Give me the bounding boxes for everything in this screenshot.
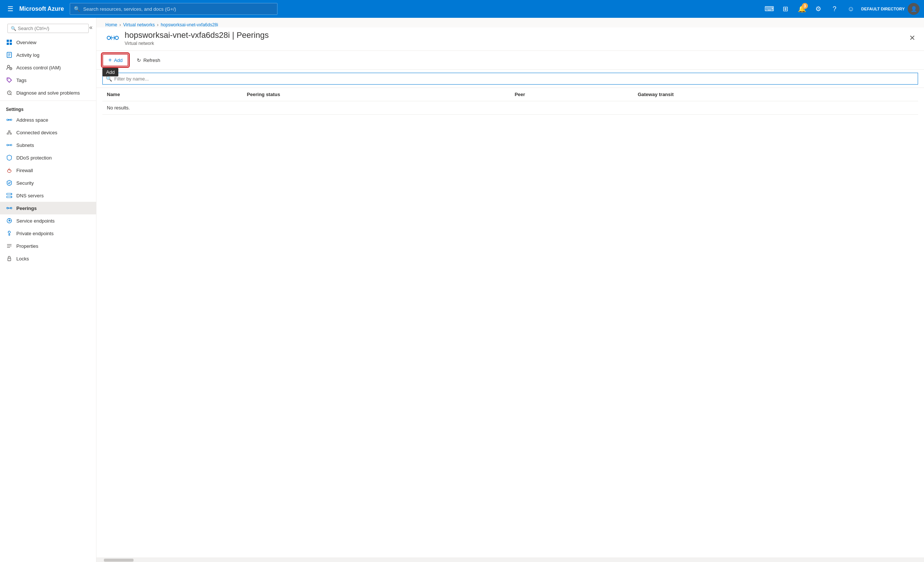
sidebar: 🔍 « Overview Activity log Access contr [0, 18, 96, 562]
directory-button[interactable]: ⊞ [778, 1, 793, 16]
vnet-resource-icon [106, 31, 120, 45]
sidebar-item-label: DDoS protection [16, 155, 51, 160]
dns-icon [6, 192, 13, 199]
sidebar-item-connected-devices[interactable]: Connected devices [0, 126, 96, 139]
sidebar-item-dns-servers[interactable]: DNS servers [0, 189, 96, 202]
hamburger-icon: ☰ [8, 5, 14, 13]
refresh-button[interactable]: ↻ Refresh [131, 55, 166, 66]
svg-rect-1 [10, 40, 12, 42]
help-button[interactable]: ? [827, 1, 842, 16]
ddos-icon [6, 154, 13, 161]
sidebar-item-label: DNS servers [16, 193, 44, 198]
sidebar-item-label: Locks [16, 256, 29, 262]
app-logo: Microsoft Azure [19, 6, 64, 12]
search-icon: 🔍 [74, 6, 80, 12]
svg-rect-54 [8, 258, 11, 261]
main-layout: 🔍 « Overview Activity log Access contr [0, 18, 924, 562]
cloud-shell-button[interactable]: ⌨ [762, 1, 777, 16]
add-tooltip: Add [102, 68, 118, 76]
refresh-button-label: Refresh [143, 57, 160, 63]
svg-point-37 [7, 207, 8, 209]
svg-point-55 [107, 36, 111, 40]
sidebar-item-overview[interactable]: Overview [0, 36, 96, 49]
sidebar-item-label: Activity log [16, 52, 39, 58]
horizontal-scrollbar[interactable] [96, 558, 924, 562]
sidebar-item-label: Service endpoints [16, 218, 54, 224]
sidebar-item-activity-log[interactable]: Activity log [0, 49, 96, 61]
private-endpoints-icon [6, 230, 13, 237]
tags-icon [6, 77, 13, 84]
close-button[interactable]: ✕ [906, 32, 918, 44]
svg-point-16 [10, 119, 12, 121]
filter-input-wrap[interactable]: 🔍 [102, 73, 918, 85]
page-subtitle: Virtual network [124, 41, 268, 46]
toolbar: + Add Add ↻ Refresh [96, 51, 924, 70]
svg-point-35 [11, 193, 12, 194]
sidebar-item-properties[interactable]: Properties [0, 240, 96, 252]
svg-point-56 [115, 36, 118, 40]
sidebar-item-address-space[interactable]: Address space [0, 114, 96, 126]
sidebar-item-locks[interactable]: Locks [0, 252, 96, 265]
sidebar-item-security[interactable]: Security [0, 177, 96, 189]
svg-point-15 [7, 119, 8, 121]
help-icon: ? [833, 5, 837, 13]
sidebar-collapse-button[interactable]: « [86, 22, 96, 33]
breadcrumb: Home › Virtual networks › hopsworksai-vn… [96, 18, 924, 27]
properties-icon [6, 243, 13, 249]
overview-icon [6, 39, 13, 46]
sidebar-item-tags[interactable]: Tags [0, 74, 96, 87]
vnet-icon-container [105, 30, 120, 45]
sidebar-item-private-endpoints[interactable]: Private endpoints [0, 227, 96, 240]
sidebar-search-input[interactable] [18, 25, 86, 31]
settings-section-label: Settings [0, 102, 96, 114]
sidebar-item-label: Tags [16, 78, 26, 83]
svg-rect-23 [10, 133, 12, 134]
notifications-badge: 3 [802, 3, 808, 9]
svg-point-48 [8, 231, 10, 233]
global-search-box[interactable]: 🔍 [70, 3, 278, 15]
locks-icon [6, 255, 13, 262]
sidebar-item-firewall[interactable]: Firewall [0, 164, 96, 177]
sidebar-item-ddos-protection[interactable]: DDoS protection [0, 151, 96, 164]
close-icon: ✕ [909, 33, 915, 42]
user-menu[interactable]: DEFAULT DIRECTORY 👤 [861, 3, 920, 15]
filter-input[interactable] [114, 76, 915, 82]
hamburger-button[interactable]: ☰ [4, 2, 16, 16]
refresh-icon: ↻ [137, 57, 141, 63]
page-title: hopsworksai-vnet-vxfa6ds28i | Peerings [124, 30, 268, 40]
service-endpoints-icon [6, 217, 13, 224]
avatar-icon: 👤 [910, 6, 917, 12]
breadcrumb-resource[interactable]: hopsworksai-vnet-vxfa6ds28i [160, 22, 218, 27]
diagnose-icon [6, 89, 13, 96]
column-header-peer: Peer [510, 88, 633, 101]
filter-bar: 🔍 [96, 70, 924, 88]
topbar-icons: ⌨ ⊞ 🔔 3 ⚙ ? ☺ DEFAULT DIRECTORY 👤 [762, 1, 920, 16]
avatar: 👤 [908, 3, 920, 15]
breadcrumb-virtual-networks[interactable]: Virtual networks [123, 22, 154, 27]
breadcrumb-home[interactable]: Home [105, 22, 117, 27]
sidebar-item-access-control[interactable]: Access control (IAM) [0, 61, 96, 74]
chevron-left-icon: « [89, 24, 93, 31]
notifications-button[interactable]: 🔔 3 [795, 1, 809, 16]
svg-point-38 [10, 207, 12, 209]
add-button[interactable]: + Add [102, 54, 128, 66]
sidebar-search-icon: 🔍 [11, 26, 16, 31]
directory-icon: ⊞ [783, 5, 788, 13]
svg-rect-22 [7, 133, 9, 134]
sidebar-item-label: Overview [16, 40, 36, 45]
column-header-peering-status: Peering status [243, 88, 510, 101]
breadcrumb-sep-1: › [120, 22, 121, 27]
sidebar-item-diagnose[interactable]: Diagnose and solve problems [0, 87, 96, 99]
sidebar-search-box[interactable]: 🔍 [8, 24, 88, 33]
firewall-icon [6, 167, 13, 174]
sidebar-item-subnets[interactable]: Subnets [0, 139, 96, 151]
sidebar-item-label: Address space [16, 117, 48, 123]
feedback-button[interactable]: ☺ [843, 1, 858, 16]
settings-button[interactable]: ⚙ [811, 1, 826, 16]
horizontal-scrollbar-thumb[interactable] [104, 559, 134, 562]
sidebar-item-service-endpoints[interactable]: Service endpoints [0, 214, 96, 227]
sidebar-item-label: Security [16, 180, 34, 186]
sidebar-item-peerings[interactable]: Peerings [0, 202, 96, 214]
svg-rect-2 [7, 43, 9, 45]
global-search-input[interactable] [83, 6, 273, 12]
